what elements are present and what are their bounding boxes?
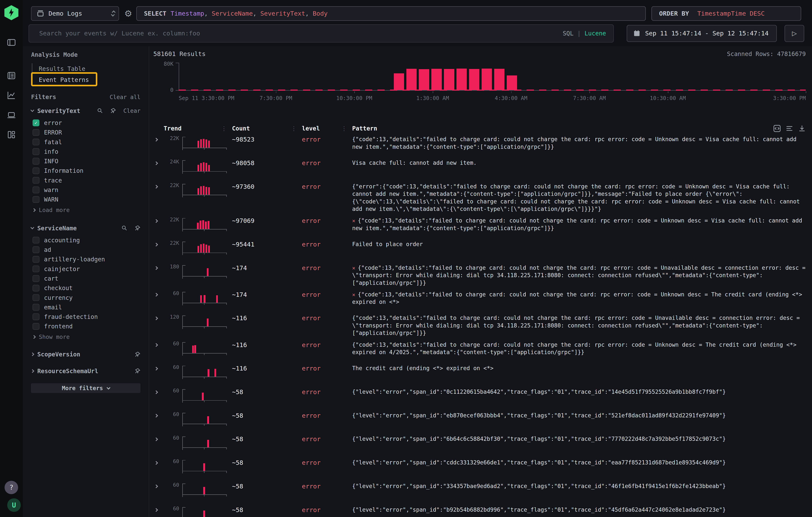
col-header-trend[interactable]: Trend (164, 125, 181, 132)
load-more-link[interactable]: Load more (33, 206, 140, 214)
table-row[interactable]: 60 ~116 error {"code":13,"details":"fail… (153, 339, 812, 363)
table-row[interactable]: 22K ~95441 error Failed to place order (153, 238, 812, 262)
histogram-bar[interactable] (406, 69, 417, 90)
row-expand-chevron[interactable] (153, 217, 164, 222)
search-input[interactable]: Search your events w/ Lucene ex. column:… (29, 24, 614, 42)
checkbox[interactable] (33, 256, 39, 263)
row-expand-chevron[interactable] (153, 412, 164, 417)
chevron-down-icon[interactable] (30, 226, 34, 229)
group-name[interactable]: SeverityText (37, 108, 90, 114)
histogram-bar[interactable] (457, 68, 467, 90)
table-row[interactable]: 60 ~174 error ✕{"code":13,"details":"fai… (153, 289, 812, 312)
checkbox[interactable] (33, 304, 39, 311)
row-expand-chevron[interactable] (153, 459, 164, 464)
histogram-bar[interactable] (394, 73, 404, 90)
mode-results-table[interactable]: Results Table (32, 63, 141, 74)
search-icon[interactable] (97, 108, 103, 114)
checkbox[interactable] (33, 237, 39, 243)
row-expand-chevron[interactable] (153, 314, 164, 319)
filter-option-WARN[interactable]: WARN (33, 195, 140, 204)
row-expand-chevron[interactable] (153, 291, 164, 296)
group-name[interactable]: ServiceName (37, 225, 115, 232)
row-expand-chevron[interactable] (153, 341, 164, 346)
row-expand-chevron[interactable] (153, 506, 164, 511)
user-avatar[interactable]: U (7, 498, 21, 512)
checkbox[interactable]: ✓ (33, 119, 39, 126)
filter-option-fraud-detection[interactable]: fraud-detection (33, 312, 140, 321)
checkbox[interactable] (33, 158, 39, 164)
histogram-bar[interactable] (431, 69, 442, 90)
checkbox[interactable] (33, 246, 39, 253)
mode-toggle-sql[interactable]: SQL (563, 30, 573, 37)
checkbox[interactable] (33, 129, 39, 136)
help-button[interactable]: ? (5, 481, 18, 494)
table-row[interactable]: 60 ~116 error The credit card (ending <*… (153, 363, 812, 386)
table-row[interactable]: 60 ~58 error {"level":"error","span_id":… (153, 410, 812, 433)
sessions-icon[interactable] (6, 110, 17, 120)
column-handle-icon[interactable]: ⋮ (341, 125, 352, 132)
row-expand-chevron[interactable] (153, 264, 164, 269)
filter-option-checkout[interactable]: checkout (33, 283, 140, 293)
pin-icon[interactable] (134, 368, 141, 374)
filter-option-INFO[interactable]: INFO (33, 156, 140, 166)
search-icon[interactable] (121, 225, 127, 231)
code-icon[interactable] (773, 124, 781, 133)
histogram-bar[interactable] (507, 76, 517, 90)
show-more-link[interactable]: Show more (33, 333, 140, 341)
histogram-bar[interactable] (482, 68, 492, 90)
filter-option-fatal[interactable]: fatal (33, 137, 140, 147)
filter-option-accounting[interactable]: accounting (33, 235, 140, 245)
row-expand-chevron[interactable] (153, 483, 164, 488)
checkbox[interactable] (33, 323, 39, 330)
table-row[interactable]: 60 ~58 error {"level":"error","span_id":… (153, 504, 812, 517)
sql-select-input[interactable]: SELECT Timestamp, ServiceName, SeverityT… (136, 6, 646, 21)
col-header-count[interactable]: Count (232, 125, 250, 132)
chevron-down-icon[interactable] (30, 108, 34, 112)
filter-option-info[interactable]: info (33, 147, 140, 156)
severity-clear-button[interactable]: Clear (123, 108, 141, 114)
filter-option-currency[interactable]: currency (33, 293, 140, 302)
filter-option-warn[interactable]: warn (33, 185, 140, 195)
sidebar-toggle-icon[interactable] (6, 37, 17, 48)
histogram-bar[interactable] (444, 69, 454, 90)
filter-option-cart[interactable]: cart (33, 274, 140, 283)
row-expand-chevron[interactable] (153, 183, 164, 188)
filter-option-ERROR[interactable]: ERROR (33, 127, 140, 137)
row-expand-chevron[interactable] (153, 388, 164, 393)
table-row[interactable]: 60 ~58 error {"level":"error","span_id":… (153, 457, 812, 481)
histogram-bar[interactable] (494, 69, 504, 90)
table-row[interactable]: 60 ~58 error {"level":"error","span_id":… (153, 433, 812, 457)
clear-all-button[interactable]: Clear all (110, 94, 141, 100)
row-expand-chevron[interactable] (153, 136, 164, 141)
pin-icon[interactable] (110, 108, 116, 114)
time-range-picker[interactable]: Sep 11 15:47:14 - Sep 12 15:47:14 (627, 25, 777, 42)
download-icon[interactable] (798, 124, 806, 133)
filter-option-frontend[interactable]: frontend (33, 321, 140, 331)
table-row[interactable]: 60 ~58 error {"level":"error","span_id":… (153, 386, 812, 410)
checkbox[interactable] (33, 168, 39, 174)
table-row[interactable]: 60 ~58 error {"level":"error","span_id":… (153, 481, 812, 504)
column-handle-icon[interactable]: ⋮ (221, 125, 232, 132)
filter-option-error[interactable]: ✓error (33, 118, 140, 127)
table-row[interactable]: 22K ~97360 error {"error":{"code":13,"de… (153, 181, 812, 215)
filter-option-Information[interactable]: Information (33, 166, 140, 175)
row-expand-chevron[interactable] (153, 159, 164, 164)
checkbox[interactable] (33, 148, 39, 155)
table-row[interactable]: 120 ~116 error {"code":13,"details":"fai… (153, 312, 812, 339)
hyperdx-logo-icon[interactable] (4, 5, 18, 20)
row-expand-chevron[interactable] (153, 365, 164, 370)
row-expand-chevron[interactable] (153, 435, 164, 440)
filter-group-scopeversion[interactable]: ScopeVersion (31, 351, 141, 358)
filter-option-ad[interactable]: ad (33, 245, 140, 255)
column-handle-icon[interactable]: ⋮ (291, 125, 302, 132)
histogram-bar[interactable] (419, 69, 429, 90)
filter-group-resourceschemaurl[interactable]: ResourceSchemaUrl (31, 368, 141, 374)
checkbox[interactable] (33, 139, 39, 145)
more-filters-button[interactable]: More filters (31, 383, 141, 393)
checkbox[interactable] (33, 285, 39, 291)
checkbox[interactable] (33, 275, 39, 282)
source-selector[interactable]: Demo Logs (31, 6, 119, 21)
col-header-level[interactable]: level (302, 125, 320, 132)
filter-option-artillery-loadgen[interactable]: artillery-loadgen (33, 255, 140, 264)
gear-icon[interactable]: ⚙ (124, 8, 132, 19)
